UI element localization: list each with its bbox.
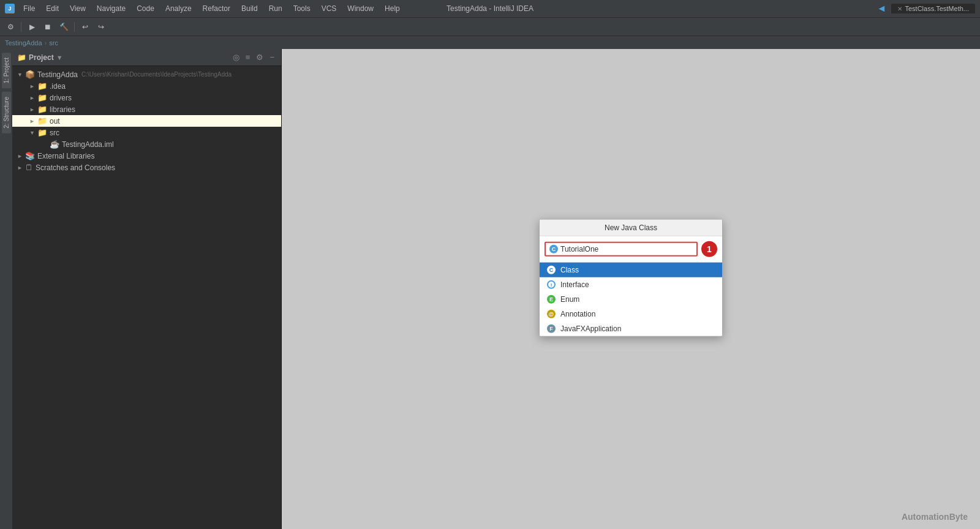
- toolbar-btn-1[interactable]: ⚙: [4, 20, 17, 34]
- watermark: AutomationByte: [902, 512, 968, 522]
- tree-item-idea[interactable]: ► 📁 .idea: [12, 80, 281, 92]
- project-panel-header: 📁 Project ▼ ◎ ≡ ⚙ −: [12, 49, 281, 66]
- javafx-type-icon: F: [547, 325, 556, 333]
- new-java-class-dialog: New Java Class C 1 C Class I: [539, 219, 723, 337]
- tree-item-drivers[interactable]: ► 📁 drivers: [12, 92, 281, 103]
- menu-item-build[interactable]: Build: [236, 3, 263, 14]
- enum-type-icon: E: [547, 295, 556, 304]
- dropdown-item-class[interactable]: C Class: [540, 263, 722, 277]
- side-tabs: 1: Project 2: Structure: [0, 49, 12, 529]
- breadcrumb-testingadda[interactable]: TestingAdda: [5, 39, 42, 47]
- title-bar: J FileEditViewNavigateCodeAnalyzeRefacto…: [0, 0, 980, 17]
- breadcrumb-src[interactable]: src: [49, 39, 58, 47]
- side-tab-project[interactable]: 1: Project: [2, 53, 11, 88]
- toolbar-btn-4[interactable]: 🔨: [57, 20, 70, 34]
- annotation-type-icon: @: [547, 310, 556, 318]
- toolbar-btn-5[interactable]: ↩: [78, 20, 92, 34]
- class-type-icon: C: [547, 266, 556, 274]
- interface-type-icon: I: [547, 280, 556, 289]
- panel-actions: ◎ ≡ ⚙ −: [231, 52, 276, 62]
- menu-item-view[interactable]: View: [65, 3, 91, 14]
- class-name-input[interactable]: [560, 245, 693, 253]
- toolbar: ⚙ ▶ ⏹ 🔨 ↩ ↪: [0, 17, 980, 36]
- tree-item-out[interactable]: ► 📁 out: [12, 115, 281, 127]
- toolbar-sep-1: [21, 22, 21, 32]
- tree-item-iml[interactable]: ☕ TestingAdda.iml: [12, 138, 281, 150]
- toolbar-btn-3[interactable]: ⏹: [41, 20, 55, 34]
- breadcrumb-bar: TestingAdda › src: [0, 36, 980, 49]
- menu-item-refactor[interactable]: Refactor: [198, 3, 235, 14]
- main-content: Search Everywhere Double Shift Go to Fil…: [282, 49, 980, 529]
- side-tab-structure[interactable]: 2: Structure: [2, 92, 11, 133]
- class-icon: C: [549, 245, 558, 253]
- dialog-input-row: C 1: [540, 236, 722, 262]
- tree-item-ext-libs[interactable]: ► 📚 External Libraries: [12, 150, 281, 162]
- app-icon: J: [5, 4, 15, 13]
- toolbar-btn-6[interactable]: ↪: [94, 20, 108, 34]
- menu-item-vcs[interactable]: VCS: [317, 3, 342, 14]
- back-arrow[interactable]: ◄: [875, 2, 889, 15]
- step-badge: 1: [701, 241, 717, 257]
- toolbar-sep-2: [74, 22, 75, 32]
- close-panel-btn[interactable]: −: [268, 52, 276, 62]
- menu-item-edit[interactable]: Edit: [41, 3, 64, 14]
- project-panel: 📁 Project ▼ ◎ ≡ ⚙ − ▼ 📦 TestingAdda C:\U…: [12, 49, 282, 529]
- menu-item-tools[interactable]: Tools: [288, 3, 315, 14]
- tree-item-scratches[interactable]: ► 🗒 Scratches and Consoles: [12, 162, 281, 173]
- menu-item-file[interactable]: File: [18, 3, 40, 14]
- dialog-title: New Java Class: [540, 220, 722, 236]
- collapse-btn[interactable]: ≡: [244, 52, 252, 62]
- menu-item-run[interactable]: Run: [264, 3, 287, 14]
- main-layout: 1: Project 2: Structure 📁 Project ▼ ◎ ≡ …: [0, 49, 980, 529]
- menu-item-help[interactable]: Help: [380, 3, 405, 14]
- window-title: TestingAdda - IntelliJ IDEA: [447, 4, 533, 13]
- menu-item-navigate[interactable]: Navigate: [92, 3, 130, 14]
- dropdown-item-interface[interactable]: I Interface: [540, 277, 722, 292]
- menu-item-code[interactable]: Code: [132, 3, 159, 14]
- dialog-dropdown: C Class I Interface E Enum @ Annotation: [540, 262, 722, 336]
- editor-tab[interactable]: ✕ TestClass.TestMeth...: [891, 4, 975, 13]
- locate-btn[interactable]: ◎: [231, 52, 241, 62]
- project-tree: ▼ 📦 TestingAdda C:\Users\Krishan\Documen…: [12, 66, 281, 529]
- settings-btn[interactable]: ⚙: [254, 52, 265, 62]
- toolbar-btn-2[interactable]: ▶: [25, 20, 39, 34]
- dropdown-item-javafx[interactable]: F JavaFXApplication: [540, 321, 722, 336]
- menu-item-window[interactable]: Window: [342, 3, 379, 14]
- tree-item-src[interactable]: ▼ 📁 src: [12, 127, 281, 138]
- dialog-input-field[interactable]: C: [545, 242, 698, 257]
- project-panel-title: 📁 Project ▼: [17, 53, 63, 62]
- menu-item-analyze[interactable]: Analyze: [160, 3, 197, 14]
- tree-item-libraries[interactable]: ► 📁 libraries: [12, 103, 281, 115]
- dropdown-item-enum[interactable]: E Enum: [540, 292, 722, 307]
- tree-root[interactable]: ▼ 📦 TestingAdda C:\Users\Krishan\Documen…: [12, 69, 281, 80]
- dropdown-item-annotation[interactable]: @ Annotation: [540, 307, 722, 321]
- nav-arrows: ◄ ✕ TestClass.TestMeth...: [875, 2, 975, 15]
